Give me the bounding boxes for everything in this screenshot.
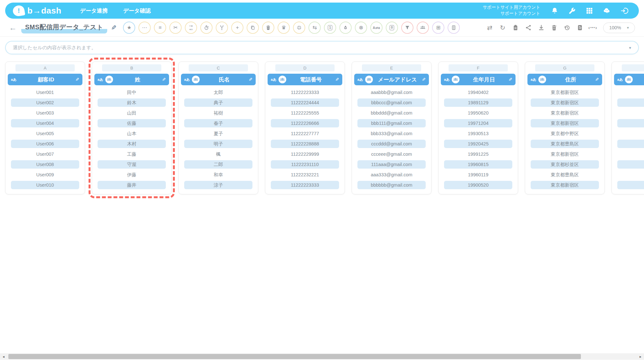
- restore-document-icon[interactable]: [575, 23, 585, 33]
- table-cell[interactable]: User009: [11, 171, 79, 179]
- clipboard-icon[interactable]: [510, 23, 521, 33]
- table-cell[interactable]: [617, 150, 644, 158]
- nav-item-data-linkage[interactable]: データ連携: [80, 7, 108, 14]
- chevron-down-icon[interactable]: ▾: [629, 45, 631, 50]
- scroll-left-arrow[interactable]: ◂: [0, 353, 7, 360]
- table-cell[interactable]: 19920425: [444, 140, 512, 148]
- table-cell[interactable]: 東京都杉並区: [531, 160, 599, 169]
- table-cell[interactable]: 東京都新宿区: [531, 98, 599, 107]
- table-cell[interactable]: 11222232221: [271, 171, 339, 179]
- branch-split-icon[interactable]: [216, 22, 228, 34]
- zoom-level-dropdown[interactable]: 100% ▾: [603, 23, 635, 33]
- row-list-icon[interactable]: ≡: [154, 22, 166, 34]
- repeat-icon[interactable]: ⇄: [485, 23, 495, 33]
- table-cell[interactable]: 11222228888: [271, 140, 339, 148]
- code-icon[interactable]: ‹⋯›: [588, 23, 598, 33]
- table-cell[interactable]: aaa333@gmail.com: [357, 171, 426, 179]
- table-cell[interactable]: 東京都新宿区: [531, 181, 599, 189]
- table-cell[interactable]: 東京都豊島区: [531, 140, 599, 148]
- table-cell[interactable]: 東京都中野区: [531, 129, 599, 138]
- sync-icon[interactable]: ↻: [497, 23, 508, 33]
- page-one-icon[interactable]: 1: [324, 22, 336, 34]
- table-cell[interactable]: bbbccc@gmail.com: [357, 98, 426, 107]
- column-header[interactable]: aあ 氏名 ✎: [181, 74, 256, 85]
- table-cell[interactable]: 伊藤: [98, 171, 166, 179]
- apps-grid-icon[interactable]: [582, 4, 596, 18]
- trash-icon[interactable]: [549, 23, 559, 33]
- edit-column-icon[interactable]: ✎: [75, 77, 79, 82]
- table-cell[interactable]: 木村: [98, 140, 166, 148]
- zero-box-icon[interactable]: 0: [386, 22, 398, 34]
- column-letter[interactable]: E: [362, 64, 421, 71]
- sign-out-icon[interactable]: [617, 4, 631, 18]
- table-cell[interactable]: 山田: [98, 109, 166, 117]
- table-cell[interactable]: 工藤: [98, 150, 166, 158]
- table-cell[interactable]: cccddd@gmail.com: [357, 140, 426, 148]
- add-icon[interactable]: +: [231, 22, 243, 34]
- scroll-right-arrow[interactable]: ▸: [637, 353, 644, 360]
- table-cell[interactable]: User001: [11, 88, 79, 97]
- translate-case-icon[interactable]: A⇄a: [370, 22, 383, 34]
- column-letter[interactable]: C: [189, 64, 248, 71]
- table-cell[interactable]: User003: [11, 109, 79, 117]
- table-cell[interactable]: 11222223333: [271, 181, 339, 189]
- table-cell[interactable]: 11222229999: [271, 150, 339, 158]
- column-header[interactable]: aあ 顧客ID ✎: [8, 74, 82, 85]
- back-button[interactable]: ←: [9, 23, 17, 32]
- filter-funnel-icon[interactable]: [401, 22, 413, 34]
- table-cell[interactable]: 東京都新宿区: [531, 109, 599, 117]
- table-cell[interactable]: 19930513: [444, 129, 512, 138]
- table-cell[interactable]: 田中: [98, 88, 166, 97]
- share-icon[interactable]: [523, 23, 534, 33]
- table-cell[interactable]: 111aaa@gmail.com: [357, 160, 426, 169]
- table-cell[interactable]: 19950620: [444, 109, 512, 117]
- table-cell[interactable]: 19971204: [444, 119, 512, 127]
- column-letter[interactable]: B: [102, 64, 161, 71]
- table-cell[interactable]: 明子: [184, 140, 252, 148]
- table-cell[interactable]: User010: [11, 181, 79, 189]
- table-cell[interactable]: [617, 88, 644, 97]
- table-cell[interactable]: User007: [11, 150, 79, 158]
- table-cell[interactable]: aaabbb@gmail.com: [357, 88, 426, 97]
- edit-column-icon[interactable]: ✎: [335, 77, 339, 82]
- table-cell[interactable]: [617, 181, 644, 189]
- table-cell[interactable]: 二郎: [184, 160, 252, 169]
- table-cell[interactable]: [617, 98, 644, 107]
- edit-title-button[interactable]: ✎: [111, 24, 117, 32]
- table-cell[interactable]: 11222227777: [271, 129, 339, 138]
- table-cell[interactable]: User008: [11, 160, 79, 169]
- table-cell[interactable]: 楓: [184, 150, 252, 158]
- duplicate-icon[interactable]: [247, 22, 259, 34]
- table-cell[interactable]: 19991225: [444, 150, 512, 158]
- column-letter[interactable]: [622, 64, 644, 71]
- edit-column-icon[interactable]: ✎: [249, 77, 252, 82]
- table-cell[interactable]: 東京都豊島区: [531, 171, 599, 179]
- table-cell[interactable]: User005: [11, 129, 79, 138]
- account-info[interactable]: サポートサイト用アカウント サポートアカウント: [483, 5, 540, 17]
- table-cell[interactable]: 夏子: [184, 129, 252, 138]
- table-cell[interactable]: 太郎: [184, 88, 252, 97]
- swap-loop-icon[interactable]: ⇆: [308, 22, 321, 34]
- table-cell[interactable]: 和幸: [184, 171, 252, 179]
- notification-bell-icon[interactable]: [547, 4, 562, 18]
- column-letter[interactable]: F: [449, 64, 508, 71]
- table-cell[interactable]: bbbbbb@gmail.com: [357, 181, 426, 189]
- column-header[interactable]: aあ 生年月日 ✎: [441, 74, 516, 85]
- table-cell[interactable]: 11222225555: [271, 109, 339, 117]
- column-header[interactable]: aあ 住所 ✎: [527, 74, 602, 85]
- table-cell[interactable]: bbb111@gmail.com: [357, 119, 426, 127]
- edit-column-icon[interactable]: ✎: [595, 77, 599, 82]
- crown-icon[interactable]: ♛: [278, 22, 290, 34]
- column-letter[interactable]: G: [535, 64, 594, 71]
- collapse-cells-icon[interactable]: [293, 22, 305, 34]
- table-cell[interactable]: User002: [11, 98, 79, 107]
- edit-column-icon[interactable]: ✎: [422, 77, 426, 82]
- table-cell[interactable]: bbb333@gmail.com: [357, 129, 426, 138]
- table-cell[interactable]: 11222226666: [271, 119, 339, 127]
- more-options-icon[interactable]: ⋯: [138, 22, 151, 34]
- horizontal-scrollbar[interactable]: ◂ ▸: [0, 353, 644, 360]
- scrollbar-thumb[interactable]: [8, 354, 581, 359]
- table-cell[interactable]: 11222231110: [271, 160, 339, 169]
- edit-column-icon[interactable]: ✎: [508, 77, 512, 82]
- edit-column-icon[interactable]: ✎: [162, 77, 166, 82]
